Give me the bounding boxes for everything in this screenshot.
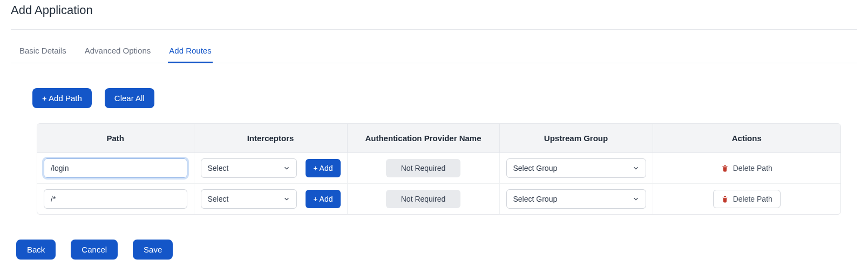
delete-path-button[interactable]: Delete Path bbox=[714, 160, 780, 177]
header-path: Path bbox=[37, 124, 194, 153]
routes-table: Path Interceptors Authentication Provide… bbox=[37, 124, 840, 214]
add-path-button[interactable]: + Add Path bbox=[32, 88, 92, 108]
clear-all-button[interactable]: Clear All bbox=[105, 88, 154, 108]
back-button[interactable]: Back bbox=[16, 240, 56, 260]
cancel-button[interactable]: Cancel bbox=[71, 240, 118, 260]
add-interceptor-button[interactable]: + Add bbox=[306, 190, 340, 208]
interceptor-select[interactable]: Select bbox=[201, 158, 297, 178]
path-input[interactable] bbox=[44, 158, 187, 178]
upstream-select[interactable]: Select Group bbox=[506, 158, 646, 178]
delete-path-label: Delete Path bbox=[733, 195, 772, 203]
trash-icon bbox=[721, 195, 729, 203]
header-interceptors: Interceptors bbox=[194, 124, 347, 153]
interceptor-select[interactable]: Select bbox=[201, 189, 297, 209]
routes-table-wrapper: Path Interceptors Authentication Provide… bbox=[37, 123, 841, 215]
add-interceptor-button[interactable]: + Add bbox=[306, 159, 340, 177]
save-button[interactable]: Save bbox=[133, 240, 173, 260]
table-header-row: Path Interceptors Authentication Provide… bbox=[37, 124, 840, 153]
header-actions: Actions bbox=[653, 124, 840, 153]
tab-advanced-options[interactable]: Advanced Options bbox=[84, 42, 152, 63]
footer-actions: Back Cancel Save bbox=[16, 240, 857, 260]
page-title: Add Application bbox=[11, 3, 857, 17]
action-bar: + Add Path Clear All bbox=[32, 88, 857, 108]
auth-chip: Not Required bbox=[386, 159, 461, 177]
auth-chip: Not Required bbox=[386, 190, 461, 208]
delete-path-button[interactable]: Delete Path bbox=[713, 190, 781, 208]
header-auth: Authentication Provider Name bbox=[347, 124, 499, 153]
upstream-select[interactable]: Select Group bbox=[506, 189, 646, 209]
table-row: Select + Add Not Required Select Group bbox=[37, 153, 840, 184]
divider bbox=[11, 29, 857, 30]
delete-path-label: Delete Path bbox=[733, 164, 772, 172]
tabs: Basic Details Advanced Options Add Route… bbox=[11, 42, 857, 63]
path-input[interactable] bbox=[44, 189, 187, 209]
tab-basic-details[interactable]: Basic Details bbox=[18, 42, 67, 63]
trash-icon bbox=[721, 164, 729, 172]
tab-add-routes[interactable]: Add Routes bbox=[168, 42, 212, 63]
table-row: Select + Add Not Required Select Group bbox=[37, 184, 840, 215]
header-upstream: Upstream Group bbox=[499, 124, 653, 153]
